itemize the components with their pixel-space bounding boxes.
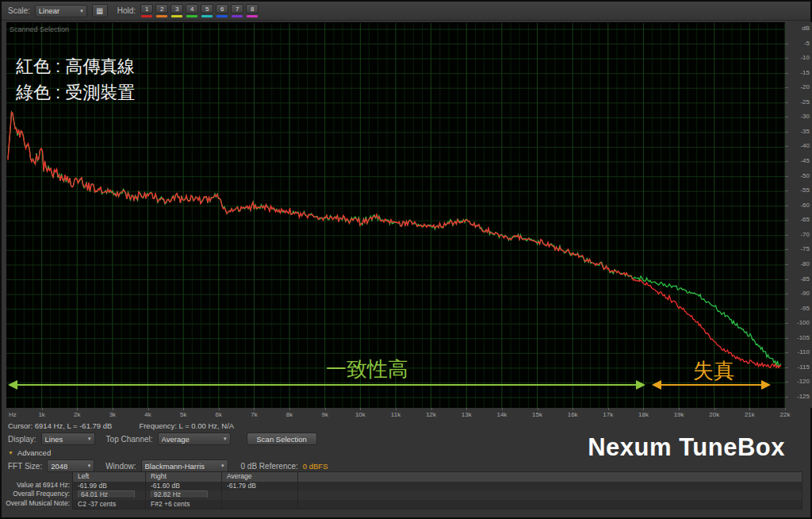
freq-tick-mark — [573, 408, 573, 410]
db-tick-label: -85 — [787, 275, 810, 283]
window-dropdown[interactable]: Blackmann-Harris ▾ — [141, 459, 228, 472]
db-tick-label: -55 — [787, 186, 810, 194]
freq-tick-mark — [77, 408, 78, 410]
freq-tick-label: 13k — [457, 411, 476, 418]
hold-button-8[interactable]: 8 — [246, 4, 259, 17]
consistency-arrowhead-right — [636, 380, 645, 390]
legend-green-label: 綠色 : 受測裝置 — [15, 83, 135, 102]
hold-button-1[interactable]: 1 — [140, 4, 153, 17]
db-tick-mark — [785, 397, 788, 398]
db-tick-mark — [785, 220, 788, 221]
freq-tick-label: Hz — [9, 411, 17, 418]
top-channel-dropdown[interactable]: Average ▾ — [158, 432, 231, 445]
db-tick-label: -95 — [787, 305, 810, 313]
freq-tick-mark — [42, 408, 43, 410]
distortion-arrowhead-left — [652, 380, 661, 390]
db-tick-label: -5 — [787, 40, 810, 48]
frequency-left: 64.01 Hz — [78, 490, 135, 498]
db-tick-mark — [785, 235, 788, 236]
db-tick-label: -110 — [787, 348, 810, 356]
value-right: -61.60 dB — [146, 482, 222, 491]
db-tick-mark — [785, 294, 788, 294]
freq-tick-label: 14k — [492, 411, 511, 418]
db-tick-label: -25 — [787, 98, 810, 106]
freq-tick-label: 3k — [103, 411, 122, 418]
hold-button-4[interactable]: 4 — [186, 4, 198, 17]
dropdown-arrow-icon: ▾ — [88, 463, 91, 469]
freq-tick-mark — [502, 408, 503, 410]
frequency-right: 92.82 Hz — [151, 490, 208, 498]
freq-tick-mark — [785, 408, 786, 410]
freq-tick-mark — [360, 408, 361, 410]
freq-tick-mark — [148, 408, 149, 410]
top-channel-label: Top Channel: — [106, 435, 153, 444]
scale-dropdown[interactable]: Linear ▾ — [35, 5, 87, 17]
reference-value: 0 dBFS — [303, 462, 328, 471]
hold-button-7[interactable]: 7 — [231, 4, 243, 17]
advanced-label: Advanced — [17, 448, 51, 457]
freq-axis: Hz1k2k3k4k5k6k7k8k9k10k11k12k13k14k15k16… — [6, 408, 785, 420]
value-left: -61.99 dB — [73, 482, 146, 491]
db-tick-label: -80 — [787, 260, 810, 268]
hold-button-6[interactable]: 6 — [216, 4, 228, 17]
db-tick-mark — [785, 367, 788, 368]
db-tick-label: -115 — [787, 363, 810, 371]
db-axis: dB-5-10-15-20-25-30-35-40-45-50-55-60-65… — [785, 22, 812, 408]
hold-buttons: 12345678 — [140, 4, 259, 17]
db-tick-mark — [785, 206, 788, 206]
freq-tick-mark — [714, 408, 715, 410]
distortion-label: 失真 — [693, 359, 734, 383]
db-tick-mark — [785, 176, 788, 177]
db-tick-mark — [785, 382, 788, 383]
grid-icon: ▦ — [96, 6, 103, 15]
spectrum-plot[interactable]: 一致性高 失真 紅色 : 高傳真線 綠色 : 受測裝置 Scanned Sele… — [6, 23, 785, 409]
freq-tick-label: 5k — [174, 411, 193, 418]
grid-lines — [6, 23, 785, 409]
freq-tick-label: 16k — [563, 411, 582, 418]
disclosure-triangle-icon: ▼ — [8, 450, 13, 456]
consistency-arrowhead-left — [8, 380, 17, 390]
db-tick-mark — [785, 87, 788, 88]
distortion-arrowhead-right — [761, 380, 771, 390]
scale-label: Scale: — [8, 6, 30, 15]
freq-tick-mark — [679, 408, 680, 410]
fft-size-label: FFT Size: — [8, 462, 42, 471]
freq-tick-label: 17k — [599, 411, 618, 418]
scan-selection-button[interactable]: Scan Selection — [247, 432, 317, 445]
scanned-selection-label: Scanned Selection — [10, 25, 69, 33]
hold-button-2[interactable]: 2 — [155, 4, 168, 17]
freq-tick-label: 1k — [33, 411, 52, 418]
db-tick-label: -45 — [787, 157, 810, 165]
dropdown-arrow-icon: ▾ — [88, 436, 91, 442]
freq-tick-label: 7k — [244, 411, 263, 418]
db-tick-label: -70 — [787, 231, 810, 239]
hold-button-5[interactable]: 5 — [201, 4, 213, 17]
freq-tick-mark — [113, 408, 113, 410]
db-tick-label: -50 — [787, 172, 810, 180]
freq-tick-mark — [431, 408, 432, 410]
hold-button-3[interactable]: 3 — [170, 4, 183, 17]
col-header-filler — [298, 472, 802, 482]
stats-row-labels: Value at 6914 Hz: Overall Frequency: Ove… — [3, 471, 70, 508]
freq-tick-label: 20k — [705, 411, 724, 418]
green-curve — [8, 112, 781, 367]
freq-tick-mark — [749, 408, 750, 410]
col-header-average: Average — [222, 472, 298, 482]
top-channel-value: Average — [162, 435, 220, 444]
stats-grid: Left Right Average -61.99 dB -61.60 dB -… — [72, 471, 802, 509]
dropdown-arrow-icon: ▾ — [224, 436, 227, 442]
fft-size-dropdown[interactable]: 2048 ▾ — [47, 459, 94, 472]
hold-panel-button[interactable]: ▦ — [92, 4, 108, 17]
db-tick-mark — [785, 249, 788, 250]
freq-tick-mark — [219, 408, 220, 410]
freq-tick-label: 19k — [669, 411, 688, 418]
display-value: Lines — [45, 435, 85, 444]
red-curve — [8, 112, 781, 367]
db-tick-label: -105 — [787, 334, 810, 342]
display-dropdown[interactable]: Lines ▾ — [41, 432, 95, 445]
spectrum-display[interactable]: 一致性高 失真 紅色 : 高傳真線 綠色 : 受測裝置 Scanned Sele… — [6, 22, 785, 408]
dropdown-arrow-icon: ▾ — [221, 463, 224, 469]
freq-tick-label: 9k — [316, 411, 335, 418]
db-tick-label: -90 — [787, 290, 810, 298]
freq-tick-label: 18k — [634, 411, 653, 418]
